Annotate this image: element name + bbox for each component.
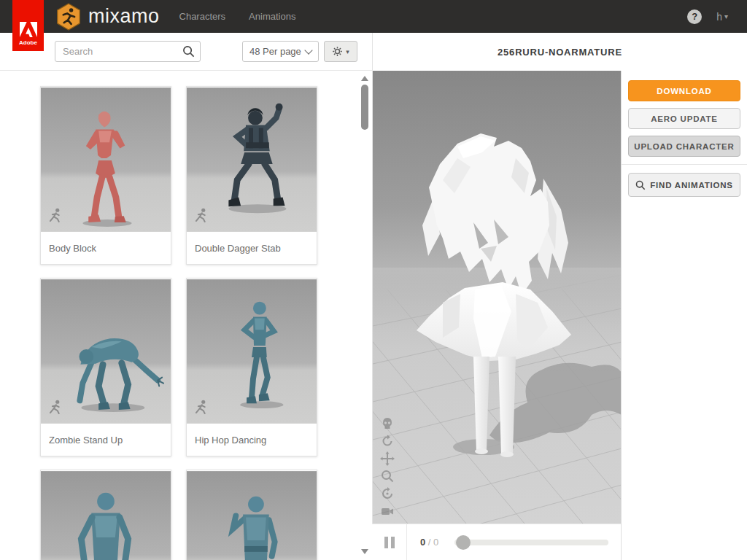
character-viewport[interactable] bbox=[372, 71, 621, 524]
animation-card-double-dagger-stab[interactable]: Double Dagger Stab bbox=[186, 86, 317, 265]
download-button[interactable]: DOWNLOAD bbox=[628, 80, 740, 101]
timeline-thumb[interactable] bbox=[456, 535, 471, 550]
chevron-down-icon bbox=[304, 46, 312, 54]
animation-card-partial-2[interactable] bbox=[186, 470, 317, 560]
reset-view-icon[interactable] bbox=[380, 486, 395, 501]
brand-wordmark: mixamo bbox=[88, 5, 160, 28]
animation-card-zombie-stand-up[interactable]: Zombie Stand Up bbox=[40, 278, 171, 456]
find-animations-button[interactable]: FIND ANIMATIONS bbox=[628, 173, 740, 197]
settings-dropdown-button[interactable]: ▾ bbox=[324, 41, 357, 62]
thumbnail-teal-zombie-character bbox=[41, 279, 171, 424]
toolbar-row: 48 Per page ▾ 256RURU-NOARMATURE bbox=[0, 33, 747, 71]
scroll-down-arrow-icon[interactable] bbox=[361, 549, 368, 554]
search-icon bbox=[635, 180, 646, 190]
total-frames: 0 bbox=[433, 537, 438, 548]
adobe-a-icon bbox=[20, 22, 37, 37]
library-toolbar: 48 Per page ▾ bbox=[0, 33, 372, 71]
animation-card-partial-1[interactable] bbox=[40, 470, 171, 560]
per-page-select[interactable]: 48 Per page bbox=[242, 41, 319, 62]
pan-icon[interactable] bbox=[380, 451, 395, 466]
frame-counter: 0 / 0 bbox=[420, 537, 438, 548]
mixamo-hexagon-runner-icon bbox=[55, 3, 82, 31]
chevron-down-icon: ▾ bbox=[724, 12, 728, 20]
pause-icon bbox=[384, 537, 388, 548]
animation-card-grid: Body Block bbox=[40, 86, 317, 560]
card-label: Body Block bbox=[41, 233, 171, 264]
thumbnail-teal-character-back bbox=[187, 470, 317, 560]
viewport-tools bbox=[380, 416, 395, 518]
mixamo-app: Adobe mixamo Characters Animations ? h ▾ bbox=[0, 0, 747, 560]
animation-library: Body Block bbox=[0, 71, 372, 560]
thumbnail-soldier-character bbox=[187, 87, 317, 233]
adobe-logo: Adobe bbox=[12, 0, 44, 51]
gear-icon bbox=[332, 46, 343, 57]
camera-icon[interactable] bbox=[380, 504, 395, 518]
find-animations-label: FIND ANIMATIONS bbox=[650, 181, 733, 190]
scroll-up-arrow-icon[interactable] bbox=[361, 76, 368, 81]
current-frame: 0 bbox=[420, 537, 425, 548]
topbar-right: ? h ▾ bbox=[687, 9, 747, 24]
timeline-track[interactable] bbox=[454, 540, 608, 545]
thumbnail-teal-dancer-character bbox=[187, 279, 317, 424]
topbar: Adobe mixamo Characters Animations ? h ▾ bbox=[0, 0, 747, 33]
timeline-slider[interactable] bbox=[454, 535, 608, 550]
animation-card-hip-hop-dancing[interactable]: Hip Hop Dancing bbox=[186, 278, 317, 456]
card-label: Double Dagger Stab bbox=[187, 233, 317, 264]
search-icon bbox=[182, 45, 195, 58]
user-menu-label: h bbox=[716, 11, 722, 23]
nav-characters[interactable]: Characters bbox=[179, 11, 226, 22]
thumbnail-red-character bbox=[41, 87, 171, 233]
orbit-icon[interactable] bbox=[380, 434, 395, 448]
adobe-wordmark: Adobe bbox=[19, 39, 37, 46]
viewport-scene bbox=[373, 71, 622, 524]
card-label: Zombie Stand Up bbox=[41, 424, 171, 456]
aero-update-button[interactable]: AERO UPDATE bbox=[628, 108, 740, 129]
character-title: 256RURU-NOARMATURE bbox=[498, 47, 622, 58]
card-label: Hip Hop Dancing bbox=[187, 424, 317, 456]
viewer-header: 256RURU-NOARMATURE bbox=[372, 33, 747, 71]
chevron-down-icon: ▾ bbox=[346, 48, 349, 55]
user-menu[interactable]: h ▾ bbox=[716, 11, 728, 23]
search-box bbox=[55, 41, 201, 62]
playback-bar: 0 / 0 bbox=[372, 524, 621, 560]
upload-character-button[interactable]: UPLOAD CHARACTER bbox=[628, 136, 740, 157]
per-page-value: 48 Per page bbox=[249, 46, 301, 57]
animation-card-body-block[interactable]: Body Block bbox=[40, 86, 171, 265]
search-input[interactable] bbox=[55, 41, 201, 62]
pause-icon bbox=[391, 537, 395, 548]
pause-button[interactable] bbox=[372, 524, 407, 560]
frame-separator: / bbox=[428, 537, 431, 548]
scrollbar-thumb[interactable] bbox=[361, 85, 368, 130]
help-button[interactable]: ? bbox=[687, 9, 702, 24]
skull-icon[interactable] bbox=[380, 416, 395, 431]
action-sidebar: DOWNLOAD AERO UPDATE UPLOAD CHARACTER FI… bbox=[621, 71, 747, 560]
zoom-icon[interactable] bbox=[380, 469, 395, 483]
library-scrollbar[interactable] bbox=[359, 71, 371, 560]
thumbnail-teal-character-front bbox=[41, 470, 171, 560]
nav-animations[interactable]: Animations bbox=[249, 11, 295, 22]
mixamo-logo[interactable]: mixamo bbox=[55, 3, 160, 31]
sidebar-divider bbox=[622, 164, 747, 165]
top-navigation: Characters Animations bbox=[179, 11, 296, 22]
